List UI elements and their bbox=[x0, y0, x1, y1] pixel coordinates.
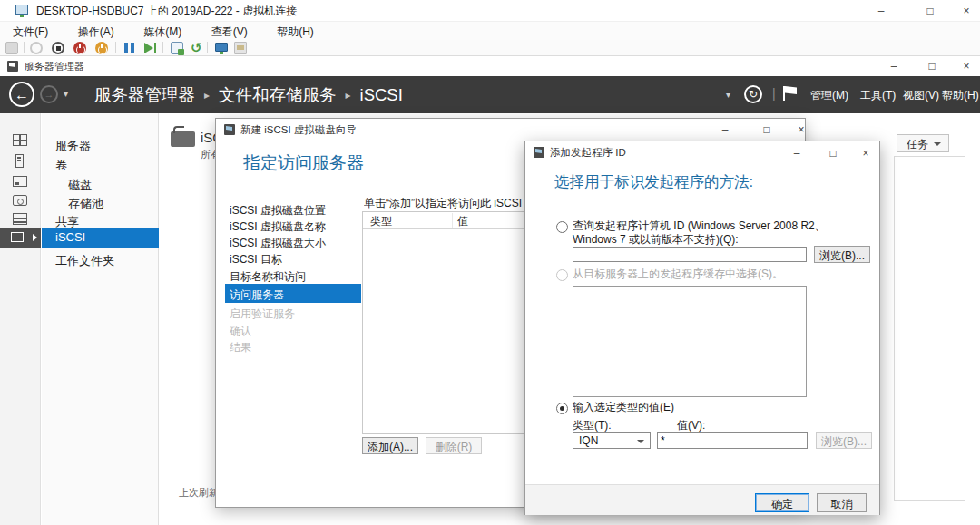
tasks-button[interactable]: 任务 bbox=[897, 134, 949, 152]
wizard-maximize-button[interactable]: □ bbox=[755, 122, 779, 138]
add-initiator-id-dialog: 添加发起程序 ID – □ × 选择用于标识发起程序的方法: 查询发起程序计算机… bbox=[524, 141, 880, 515]
column-value[interactable]: 值 bbox=[457, 214, 468, 229]
save-state-icon[interactable] bbox=[95, 42, 108, 54]
menu-help[interactable]: 帮助(H) bbox=[264, 22, 327, 40]
tasks-caret-icon bbox=[934, 142, 941, 146]
sidebar-item-disks[interactable]: 磁盘 bbox=[42, 175, 159, 193]
wizard-step-access-servers[interactable]: 访问服务器 bbox=[230, 287, 284, 303]
back-icon[interactable]: ← bbox=[9, 82, 34, 107]
menu-manage[interactable]: 管理(M) bbox=[810, 88, 848, 103]
checkpoint-icon[interactable] bbox=[171, 42, 183, 54]
sidebar: 服务器 卷 磁盘 存储池 共享 iSCSI 工作文件夹 bbox=[42, 113, 159, 525]
column-type[interactable]: 类型 bbox=[370, 214, 392, 229]
shutdown-icon[interactable] bbox=[74, 42, 86, 54]
toolbar-separator bbox=[207, 42, 208, 53]
radio-select-from-cache bbox=[556, 269, 568, 281]
sidebar-item-servers[interactable]: 服务器 bbox=[42, 136, 159, 154]
vm-menubar: 文件(F) 操作(A) 媒体(M) 查看(V) 帮助(H) bbox=[0, 22, 980, 40]
sidebar-item-work-folders[interactable]: 工作文件夹 bbox=[42, 251, 159, 269]
wizard-close-button[interactable]: × bbox=[789, 122, 813, 138]
browse-computer-button[interactable]: 浏览(B)... bbox=[814, 246, 870, 263]
vm-maximize-button[interactable]: □ bbox=[918, 3, 942, 19]
wizard-step-results: 结果 bbox=[230, 340, 251, 355]
pause-icon[interactable] bbox=[123, 42, 136, 54]
step-icon[interactable] bbox=[143, 42, 156, 54]
menu-file[interactable]: 文件(F) bbox=[0, 22, 61, 40]
dashboard-icon[interactable] bbox=[13, 134, 27, 146]
tasks-label: 任务 bbox=[906, 138, 928, 151]
initiator-close-button[interactable]: × bbox=[854, 145, 877, 161]
wizard-step-size[interactable]: iSCSI 虚拟磁盘大小 bbox=[230, 236, 326, 251]
toolbar-divider: | bbox=[772, 86, 776, 101]
initiator-minimize-button[interactable]: – bbox=[785, 145, 808, 161]
wizard-step-auth: 启用验证服务 bbox=[230, 306, 295, 322]
wizard-step-name[interactable]: iSCSI 虚拟磁盘名称 bbox=[230, 219, 326, 235]
nav-history-caret-icon[interactable]: ▾ bbox=[64, 89, 68, 99]
menu-action[interactable]: 操作(A) bbox=[65, 22, 127, 40]
value-input[interactable] bbox=[657, 432, 808, 449]
wizard-step-location[interactable]: iSCSI 虚拟磁盘位置 bbox=[230, 203, 326, 219]
revert-icon[interactable]: ↺ bbox=[191, 42, 203, 54]
radio-cache-label: 从目标服务器上的发起程序缓存中选择(S)。 bbox=[573, 267, 783, 281]
file-storage-glyph-icon bbox=[11, 232, 24, 242]
wizard-step-target-name[interactable]: 目标名称和访问 bbox=[230, 269, 306, 285]
radio-enter-value[interactable] bbox=[556, 403, 568, 414]
menu-view-sm[interactable]: 视图(V) bbox=[903, 88, 939, 103]
iscsi-page-icon bbox=[171, 131, 195, 147]
wizard-dialog-title: 新建 iSCSI 虚拟磁盘向导 bbox=[240, 123, 357, 137]
type-dropdown-value: IQN bbox=[579, 434, 598, 447]
sidebar-item-volumes[interactable]: 卷 bbox=[42, 156, 159, 174]
wizard-step-target[interactable]: iSCSI 目标 bbox=[230, 252, 282, 267]
ok-button[interactable]: 确定 bbox=[755, 493, 809, 512]
initiator-maximize-button[interactable]: □ bbox=[821, 145, 845, 161]
breadcrumb-separator-icon: ▸ bbox=[204, 89, 210, 102]
initiator-titlebar: 添加发起程序 ID – □ × bbox=[525, 141, 879, 163]
sm-close-button[interactable]: × bbox=[955, 58, 978, 74]
share-icon[interactable] bbox=[234, 42, 247, 54]
all-servers-icon[interactable] bbox=[13, 176, 27, 187]
radio-enter-label: 输入选定类型的值(E) bbox=[573, 401, 674, 414]
menu-media[interactable]: 媒体(M) bbox=[131, 22, 194, 40]
refresh-caret-icon[interactable]: ▾ bbox=[726, 90, 730, 100]
wizard-step-confirm: 确认 bbox=[230, 324, 251, 339]
sidebar-item-iscsi[interactable]: iSCSI bbox=[42, 228, 159, 248]
server-manager-titlebar: 服务器管理器 – □ × bbox=[0, 56, 980, 76]
toolbar-separator bbox=[115, 42, 116, 53]
start-icon[interactable] bbox=[30, 42, 43, 54]
enhanced-session-icon[interactable] bbox=[215, 43, 228, 52]
breadcrumb: 服务器管理器▸文件和存储服务▸iSCSI bbox=[94, 83, 403, 106]
breadcrumb-server-manager[interactable]: 服务器管理器 bbox=[94, 85, 195, 104]
radio-query-label-line1: 查询发起程序计算机 ID (Windows Server 2008 R2、 bbox=[573, 219, 826, 233]
server-manager-title: 服务器管理器 bbox=[24, 60, 84, 73]
turn-off-icon[interactable] bbox=[52, 42, 64, 54]
local-server-icon[interactable] bbox=[15, 154, 24, 168]
wizard-minimize-button[interactable]: – bbox=[713, 122, 737, 138]
ctrl-alt-del-icon[interactable] bbox=[5, 42, 18, 54]
menu-help-sm[interactable]: 帮助(H) bbox=[942, 88, 979, 103]
sm-maximize-button[interactable]: □ bbox=[920, 58, 944, 74]
breadcrumb-file-storage[interactable]: 文件和存储服务 bbox=[219, 85, 337, 104]
refresh-icon[interactable]: ↻ bbox=[744, 85, 762, 103]
type-dropdown[interactable]: IQN bbox=[573, 432, 651, 449]
vm-close-button[interactable]: × bbox=[955, 3, 978, 19]
add-button[interactable]: 添加(A)... bbox=[362, 437, 418, 454]
volumes-icon[interactable] bbox=[13, 195, 27, 206]
sm-minimize-button[interactable]: – bbox=[882, 58, 906, 74]
sidebar-item-storage-pools[interactable]: 存储池 bbox=[42, 194, 159, 212]
toolbar-separator bbox=[24, 42, 24, 53]
notifications-flag-icon[interactable] bbox=[783, 86, 785, 101]
breadcrumb-iscsi[interactable]: iSCSI bbox=[360, 85, 403, 104]
cancel-button[interactable]: 取消 bbox=[817, 493, 867, 512]
vm-minimize-button[interactable]: – bbox=[869, 3, 893, 19]
query-computer-input[interactable] bbox=[573, 247, 807, 262]
radio-query-computer-id[interactable] bbox=[556, 221, 568, 233]
menu-tools[interactable]: 工具(T) bbox=[860, 88, 896, 103]
right-detail-panel bbox=[894, 156, 965, 501]
wizard-heading: 指定访问服务器 bbox=[243, 151, 364, 175]
file-storage-services-icon[interactable] bbox=[0, 228, 41, 248]
menu-view[interactable]: 查看(V) bbox=[199, 22, 260, 40]
storage-icon[interactable] bbox=[13, 213, 27, 225]
vm-window-title: DESKTOP-HSDBUC7 上的 2019AD-222 - 虚拟机连接 bbox=[36, 4, 297, 19]
browse-value-button: 浏览(B)... bbox=[816, 432, 872, 449]
forward-icon[interactable]: → bbox=[40, 85, 58, 103]
